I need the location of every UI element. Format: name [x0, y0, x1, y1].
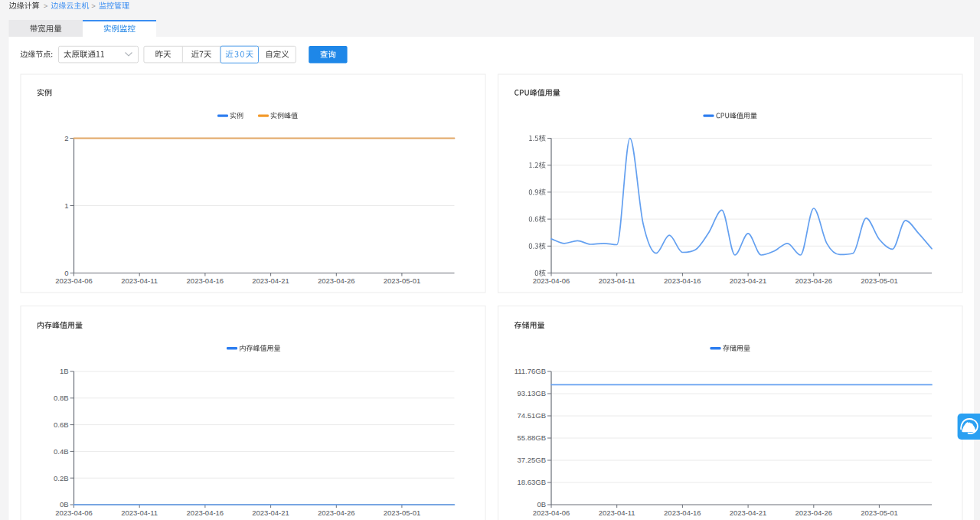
- svg-text:0.8B: 0.8B: [54, 394, 69, 402]
- svg-text:2023-04-11: 2023-04-11: [599, 509, 635, 517]
- svg-text:>: >: [44, 2, 48, 10]
- svg-text:2023-05-01: 2023-05-01: [384, 509, 421, 517]
- svg-text:111.76GB: 111.76GB: [514, 367, 546, 375]
- svg-text:0.4B: 0.4B: [54, 447, 69, 456]
- svg-text:2023-05-01: 2023-05-01: [384, 276, 421, 285]
- svg-text:2023-05-01: 2023-05-01: [861, 509, 898, 517]
- svg-text:2023-04-21: 2023-04-21: [252, 509, 289, 517]
- svg-text:2023-04-26: 2023-04-26: [318, 509, 355, 517]
- svg-text:2023-04-26: 2023-04-26: [318, 276, 355, 285]
- svg-text:>: >: [91, 2, 96, 10]
- svg-text:2023-04-16: 2023-04-16: [664, 509, 701, 517]
- svg-text:2023-04-16: 2023-04-16: [187, 509, 224, 517]
- svg-text:2023-04-16: 2023-04-16: [664, 276, 701, 285]
- svg-text:2023-04-06: 2023-04-06: [533, 509, 570, 517]
- svg-text:2023-04-21: 2023-04-21: [730, 276, 767, 285]
- svg-text:2023-04-06: 2023-04-06: [533, 276, 570, 285]
- svg-text:2023-04-21: 2023-04-21: [252, 276, 289, 285]
- svg-text:18.63GB: 18.63GB: [518, 478, 547, 486]
- svg-text:2023-04-11: 2023-04-11: [121, 509, 158, 517]
- svg-text:2023-04-06: 2023-04-06: [55, 509, 93, 517]
- svg-text:55.88GB: 55.88GB: [518, 433, 547, 442]
- svg-text:37.25GB: 37.25GB: [518, 456, 547, 464]
- svg-text:1: 1: [64, 201, 68, 210]
- svg-text:1B: 1B: [60, 367, 69, 375]
- svg-text:2: 2: [64, 134, 68, 142]
- svg-text:74.51GB: 74.51GB: [518, 411, 547, 420]
- svg-text:2023-04-11: 2023-04-11: [599, 276, 635, 285]
- svg-text:2023-04-21: 2023-04-21: [730, 509, 767, 517]
- svg-text:2023-04-06: 2023-04-06: [55, 276, 93, 285]
- svg-text:2023-04-26: 2023-04-26: [795, 509, 832, 517]
- svg-text:93.13GB: 93.13GB: [518, 389, 547, 397]
- svg-text:2023-04-26: 2023-04-26: [795, 276, 832, 285]
- svg-text:2023-04-16: 2023-04-16: [187, 276, 224, 285]
- svg-text:0.2B: 0.2B: [54, 474, 69, 482]
- svg-text:2023-04-11: 2023-04-11: [121, 276, 158, 285]
- svg-text:0.6B: 0.6B: [54, 420, 69, 429]
- svg-text:2023-05-01: 2023-05-01: [861, 276, 898, 285]
